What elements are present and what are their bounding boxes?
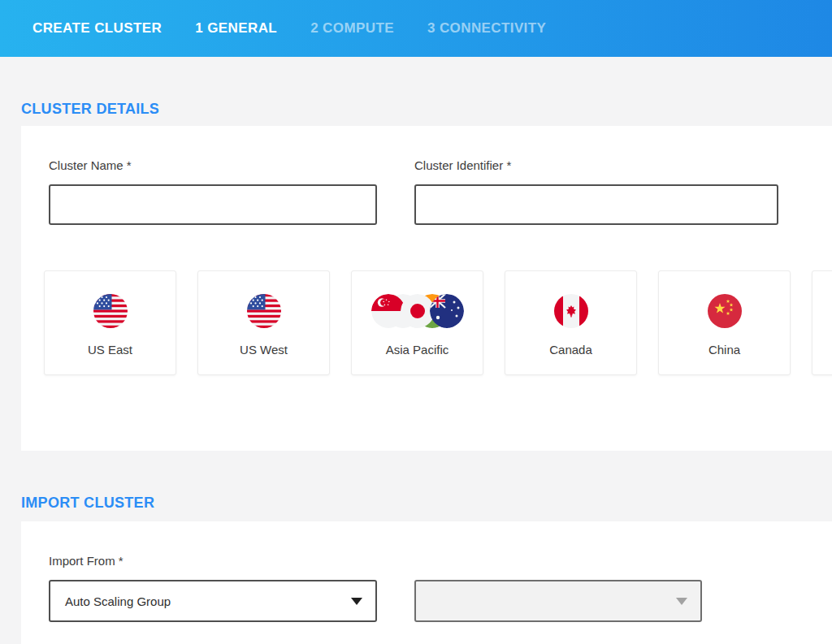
chevron-down-icon — [351, 598, 362, 605]
create-cluster-title: CREATE CLUSTER — [32, 20, 162, 37]
region-cards-row: US East — [44, 270, 832, 375]
region-name: US West — [240, 343, 288, 357]
region-card-china[interactable]: China — [658, 270, 791, 375]
cluster-details-title: CLUSTER DETAILS — [21, 101, 812, 118]
cluster-name-field-group: Cluster Name * — [49, 158, 377, 225]
region-card-us-east[interactable]: US East — [44, 270, 176, 375]
cluster-identifier-input[interactable] — [414, 184, 778, 225]
cluster-name-label: Cluster Name * — [49, 158, 377, 172]
region-name: US East — [88, 343, 132, 357]
cluster-identifier-label: Cluster Identifier * — [414, 158, 778, 172]
import-from-selected-value: Auto Scaling Group — [65, 594, 171, 608]
region-card-us-west[interactable]: US West — [197, 270, 330, 375]
region-card-asia-pacific[interactable]: Asia Pacific — [351, 270, 483, 375]
cluster-details-panel: Cluster Name * Cluster Identifier * — [21, 126, 832, 451]
cluster-fields-row: Cluster Name * Cluster Identifier * — [49, 158, 832, 225]
us-flag-icon — [247, 287, 281, 335]
cluster-name-input[interactable] — [49, 184, 377, 225]
tab-connectivity[interactable]: 3 CONNECTIVITY — [427, 20, 546, 37]
region-card-canada[interactable]: Canada — [505, 270, 637, 375]
cluster-identifier-field-group: Cluster Identifier * — [414, 158, 778, 225]
tab-compute[interactable]: 2 COMPUTE — [310, 20, 394, 37]
chevron-down-icon — [676, 598, 687, 605]
region-card-partial[interactable] — [812, 270, 832, 375]
import-from-select[interactable]: Auto Scaling Group — [49, 580, 377, 622]
region-name: Asia Pacific — [386, 343, 449, 357]
import-cluster-title: IMPORT CLUSTER — [21, 495, 812, 512]
region-name: Canada — [549, 343, 592, 357]
region-name: China — [708, 343, 740, 357]
china-flag-icon — [708, 287, 742, 335]
import-from-label: Import From * — [49, 554, 832, 568]
import-dropdown-row: Auto Scaling Group — [49, 580, 832, 622]
asia-pacific-flags-icon — [371, 287, 464, 335]
canada-flag-icon — [554, 287, 588, 335]
tab-general[interactable]: 1 GENERAL — [195, 20, 277, 37]
import-cluster-panel: Import From * Auto Scaling Group — [21, 521, 832, 644]
wizard-header: CREATE CLUSTER 1 GENERAL 2 COMPUTE 3 CON… — [0, 0, 832, 57]
import-source-select[interactable] — [414, 580, 702, 622]
australia-flag-icon — [430, 294, 464, 328]
us-flag-icon — [93, 287, 128, 335]
